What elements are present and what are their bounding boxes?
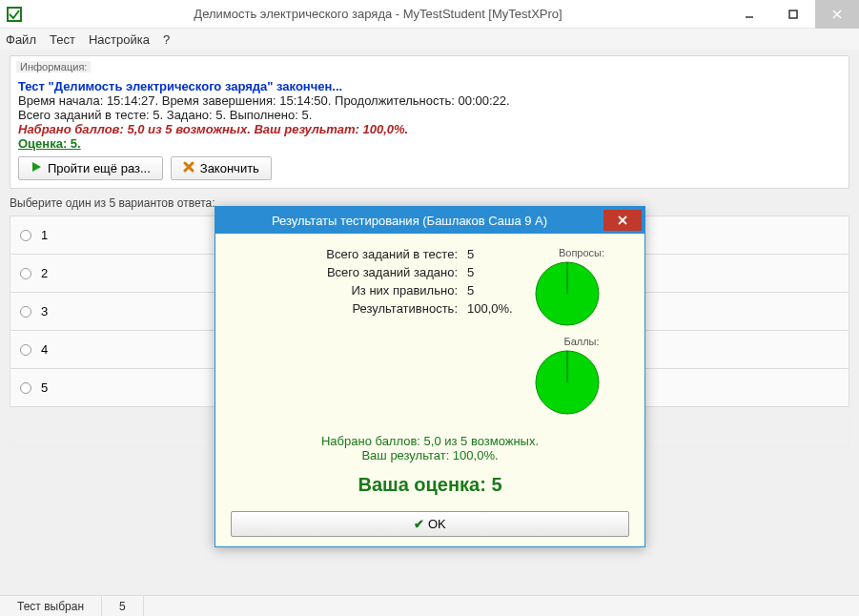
stop-icon [183, 161, 194, 175]
play-icon [31, 161, 42, 175]
dialog-close-button[interactable] [603, 210, 642, 231]
close-button[interactable] [815, 0, 859, 29]
stat-asked-label: Всего заданий задано: [231, 265, 467, 279]
radio-icon[interactable] [20, 306, 31, 318]
pie-chart-questions [534, 260, 601, 327]
menu-help[interactable]: ? [163, 32, 170, 47]
radio-icon[interactable] [20, 344, 31, 356]
modal-result-line: Ваш результат: 100,0%. [231, 448, 629, 462]
menu-file[interactable]: Файл [6, 32, 36, 47]
chart-points-label: Баллы: [534, 336, 629, 347]
modal-score-line: Набрано баллов: 5,0 из 5 возможных. [231, 434, 629, 448]
radio-icon[interactable] [20, 382, 31, 394]
chart-questions-label: Вопросы: [534, 247, 629, 258]
radio-icon[interactable] [20, 268, 31, 279]
menu-test[interactable]: Тест [50, 32, 75, 47]
window-title: Делимость электрического заряда - MyTest… [29, 7, 727, 21]
stat-correct-value: 5 [467, 283, 534, 298]
info-panel: Информация: Тест "Делимость электрическо… [10, 55, 849, 189]
option-label: 4 [41, 342, 48, 357]
score-info: Набрано баллов: 5,0 из 5 возможных. Ваш … [18, 122, 841, 136]
info-section-label: Информация: [16, 61, 91, 72]
ok-label: OK [428, 517, 446, 531]
option-label: 2 [41, 266, 48, 280]
radio-icon[interactable] [20, 230, 31, 241]
window-titlebar: Делимость электрического заряда - MyTest… [0, 0, 859, 29]
stat-asked-value: 5 [467, 265, 534, 279]
test-finished-title: Тест "Делимость электрического заряда" з… [18, 79, 841, 93]
check-icon: ✔ [414, 517, 424, 531]
status-count: 5 [102, 596, 144, 616]
time-info: Время начала: 15:14:27. Время завершения… [18, 93, 841, 108]
dialog-title: Результаты тестирования (Башлаков Саша 9… [215, 214, 603, 228]
finish-button[interactable]: Закончить [171, 156, 272, 180]
stat-total-value: 5 [467, 247, 534, 261]
stat-total-label: Всего заданий в тесте: [231, 247, 467, 261]
finish-label: Закончить [200, 161, 259, 175]
option-label: 1 [41, 228, 48, 242]
tasks-info: Всего заданий в тесте: 5. Задано: 5. Вып… [18, 108, 841, 122]
retry-label: Пройти ещё раз... [48, 161, 151, 175]
option-label: 5 [41, 380, 48, 395]
stat-eff-label: Результативность: [231, 301, 467, 316]
maximize-button[interactable] [771, 0, 815, 29]
stat-correct-label: Из них правильно: [231, 283, 467, 298]
status-selected: Тест выбран [0, 596, 102, 616]
menu-settings[interactable]: Настройка [89, 32, 150, 47]
menubar: Файл Тест Настройка ? [0, 29, 859, 50]
grade-info: Оценка: 5. [18, 136, 841, 151]
pie-chart-points [534, 349, 601, 416]
modal-grade: Ваша оценка: 5 [231, 474, 629, 496]
results-dialog: Результаты тестирования (Башлаков Саша 9… [215, 206, 645, 547]
option-label: 3 [41, 304, 48, 318]
app-icon [0, 7, 29, 22]
retry-button[interactable]: Пройти ещё раз... [18, 156, 163, 180]
stat-eff-value: 100,0%. [467, 301, 534, 316]
minimize-button[interactable] [727, 0, 771, 29]
svg-rect-2 [789, 10, 797, 18]
statusbar: Тест выбран 5 [0, 595, 859, 616]
ok-button[interactable]: ✔ OK [231, 511, 629, 537]
